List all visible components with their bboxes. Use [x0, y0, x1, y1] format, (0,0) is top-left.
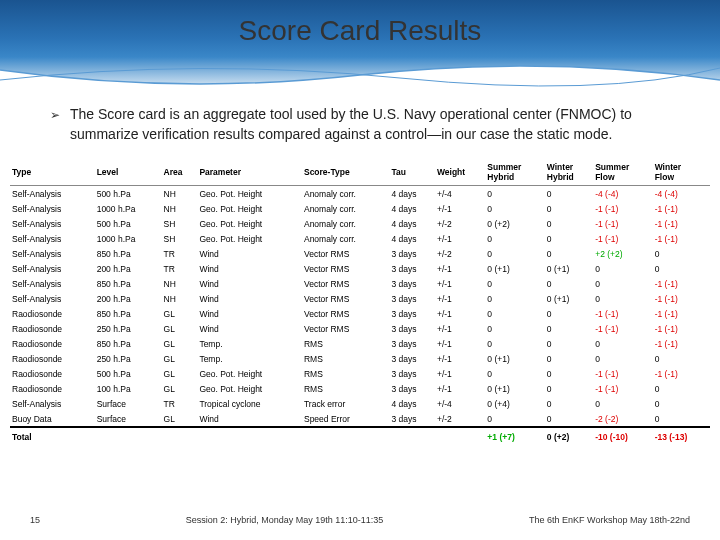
table-cell: +/-1	[435, 201, 485, 216]
table-cell: 4 days	[390, 231, 435, 246]
total-row: Total+1 (+7)0 (+2)-10 (-10)-13 (-13)	[10, 427, 710, 445]
table-cell: GL	[162, 351, 198, 366]
table-cell: -1 (-1)	[653, 231, 710, 246]
table-cell: Wind	[197, 321, 302, 336]
table-row: Raodiosonde500 h.PaGLGeo. Pot. HeightRMS…	[10, 366, 710, 381]
table-cell: 1000 h.Pa	[95, 201, 162, 216]
table-cell: 500 h.Pa	[95, 366, 162, 381]
table-cell: 3 days	[390, 291, 435, 306]
table-cell: 0	[653, 381, 710, 396]
table-row: Self-Analysis850 h.PaNHWindVector RMS3 d…	[10, 276, 710, 291]
table-cell: 0	[485, 306, 544, 321]
table-cell: Tropical cyclone	[197, 396, 302, 411]
table-cell: 3 days	[390, 246, 435, 261]
total-cell: -13 (-13)	[653, 427, 710, 445]
table-cell: Anomaly corr.	[302, 186, 390, 202]
table-cell: +2 (+2)	[593, 246, 652, 261]
table-cell: -1 (-1)	[653, 216, 710, 231]
table-cell: 3 days	[390, 276, 435, 291]
table-cell: Anomaly corr.	[302, 216, 390, 231]
bullet-text: The Score card is an aggregate tool used…	[70, 106, 632, 142]
table-cell: 0	[653, 396, 710, 411]
page-number: 15	[30, 515, 40, 525]
table-cell: TR	[162, 261, 198, 276]
table-cell: RMS	[302, 381, 390, 396]
table-cell: 200 h.Pa	[95, 261, 162, 276]
table-cell: RMS	[302, 336, 390, 351]
table-cell: 850 h.Pa	[95, 276, 162, 291]
table-cell: Raodiosonde	[10, 306, 95, 321]
table-cell: Vector RMS	[302, 276, 390, 291]
table-cell: +/-1	[435, 351, 485, 366]
table-header: Type	[10, 159, 95, 186]
table-cell: Temp.	[197, 351, 302, 366]
table-cell: +/-1	[435, 366, 485, 381]
table-cell: Self-Analysis	[10, 261, 95, 276]
table-cell: 3 days	[390, 306, 435, 321]
table-cell: NH	[162, 186, 198, 202]
swoosh-decoration	[0, 50, 720, 100]
table-cell: Speed Error	[302, 411, 390, 427]
table-cell: 3 days	[390, 366, 435, 381]
table-cell: Self-Analysis	[10, 201, 95, 216]
table-row: Self-Analysis200 h.PaNHWindVector RMS3 d…	[10, 291, 710, 306]
table-cell: Self-Analysis	[10, 216, 95, 231]
table-cell: Geo. Pot. Height	[197, 216, 302, 231]
table-cell: Self-Analysis	[10, 276, 95, 291]
table-cell: +/-2	[435, 216, 485, 231]
table-cell: Wind	[197, 276, 302, 291]
slide-header: Score Card Results	[0, 0, 720, 95]
table-cell: 0	[545, 411, 593, 427]
table-cell: NH	[162, 276, 198, 291]
table-header: SummerFlow	[593, 159, 652, 186]
table-cell: +/-2	[435, 411, 485, 427]
table-cell: +/-1	[435, 276, 485, 291]
table-cell: 3 days	[390, 336, 435, 351]
table-cell: Vector RMS	[302, 246, 390, 261]
table-row: Self-Analysis1000 h.PaNHGeo. Pot. Height…	[10, 201, 710, 216]
table-header: Tau	[390, 159, 435, 186]
table-cell: -1 (-1)	[593, 321, 652, 336]
table-cell: RMS	[302, 351, 390, 366]
table-cell: -1 (-1)	[593, 381, 652, 396]
table-cell: 1000 h.Pa	[95, 231, 162, 246]
table-cell: Self-Analysis	[10, 291, 95, 306]
table-header: Weight	[435, 159, 485, 186]
table-cell: +/-1	[435, 261, 485, 276]
table-cell: 4 days	[390, 186, 435, 202]
table-cell: 0	[653, 411, 710, 427]
table-cell: -1 (-1)	[653, 306, 710, 321]
table-cell: 0	[545, 336, 593, 351]
table-cell: 0	[485, 186, 544, 202]
session-text: Session 2: Hybrid, Monday May 19th 11:10…	[186, 515, 384, 525]
table-cell: 0	[545, 246, 593, 261]
table-cell: RMS	[302, 366, 390, 381]
table-cell: Vector RMS	[302, 306, 390, 321]
table-cell: Wind	[197, 261, 302, 276]
table-cell: 4 days	[390, 201, 435, 216]
table-cell: 0	[653, 246, 710, 261]
table-cell: +/-4	[435, 186, 485, 202]
table-cell: Track error	[302, 396, 390, 411]
table-cell: NH	[162, 291, 198, 306]
table-cell: 0	[593, 276, 652, 291]
table-cell: SH	[162, 231, 198, 246]
table-cell: Raodiosonde	[10, 366, 95, 381]
total-cell: +1 (+7)	[485, 427, 544, 445]
table-cell: Raodiosonde	[10, 336, 95, 351]
table-cell: 500 h.Pa	[95, 186, 162, 202]
table-cell: Self-Analysis	[10, 396, 95, 411]
table-header: Score-Type	[302, 159, 390, 186]
table-cell: +/-1	[435, 306, 485, 321]
table-cell: -1 (-1)	[593, 366, 652, 381]
table-cell: 0	[593, 261, 652, 276]
table-cell: GL	[162, 366, 198, 381]
table-cell: -1 (-1)	[593, 216, 652, 231]
table-header: WinterHybrid	[545, 159, 593, 186]
table-cell: 0 (+2)	[485, 216, 544, 231]
table-cell: Raodiosonde	[10, 321, 95, 336]
table-row: Buoy DataSurfaceGLWindSpeed Error3 days+…	[10, 411, 710, 427]
table-cell: 0	[485, 321, 544, 336]
total-cell: 0 (+2)	[545, 427, 593, 445]
table-cell: +/-1	[435, 381, 485, 396]
